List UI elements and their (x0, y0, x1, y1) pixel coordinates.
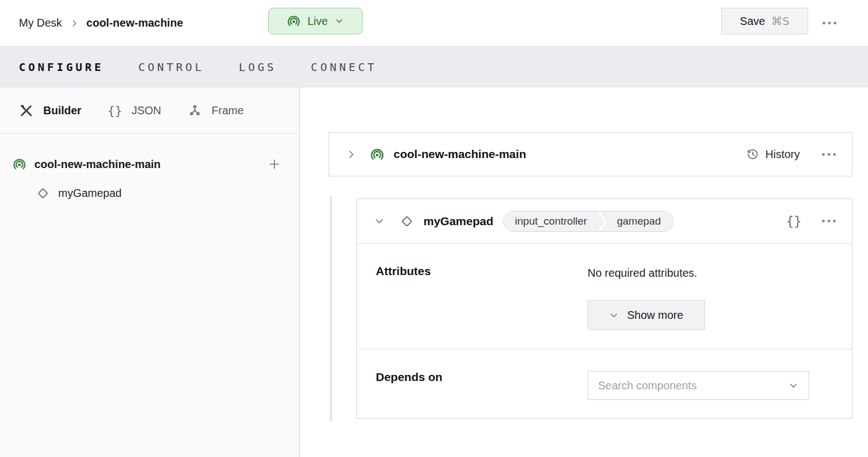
chevron-down-icon (334, 16, 344, 26)
tree-component-label: myGamepad (58, 187, 122, 200)
component-tree: cool-new-machine-main myGamepad (0, 134, 299, 207)
top-header: My Desk cool-new-machine Live Save ⌘S (0, 0, 868, 46)
tab-logs[interactable]: LOGS (239, 60, 277, 74)
breadcrumb: My Desk cool-new-machine (19, 0, 183, 46)
depends-on-placeholder: Search components (598, 379, 697, 392)
history-button[interactable]: History (746, 148, 800, 161)
machine-part-title: cool-new-machine-main (394, 148, 526, 161)
tree-item-component[interactable]: myGamepad (0, 179, 299, 207)
save-button[interactable]: Save ⌘S (721, 8, 808, 34)
attributes-section: Attributes No required attributes. Show … (357, 243, 852, 349)
machine-tabbar: CONFIGURE CONTROL LOGS CONNECT (0, 46, 868, 88)
breadcrumb-separator-icon (70, 19, 79, 28)
tree-machine-label: cool-new-machine-main (34, 158, 260, 171)
chevron-down-icon (788, 380, 799, 391)
breadcrumb-parent[interactable]: My Desk (19, 17, 62, 29)
machine-broadcast-icon (12, 157, 27, 171)
depends-on-label: Depends on (357, 349, 588, 418)
attributes-empty-message: No required attributes. (588, 267, 697, 280)
history-button-label: History (765, 148, 800, 161)
chevron-right-icon[interactable] (346, 149, 356, 160)
add-component-button[interactable] (268, 158, 281, 171)
edit-json-button[interactable]: {} (786, 214, 801, 228)
chevron-down-icon[interactable] (374, 216, 385, 226)
mode-builder-label: Builder (43, 104, 81, 117)
depends-on-select[interactable]: Search components (588, 371, 809, 400)
component-card: myGamepad input_controller gamepad {} At… (356, 199, 852, 419)
component-card-header: myGamepad input_controller gamepad {} (357, 199, 852, 243)
save-button-label: Save (740, 15, 765, 28)
ellipsis-icon (822, 220, 836, 222)
mode-frame[interactable]: Frame (187, 103, 244, 118)
broadcast-icon (287, 14, 301, 28)
component-type-badge: input_controller gamepad (503, 211, 673, 232)
component-diamond-icon (35, 186, 50, 201)
tab-control[interactable]: CONTROL (138, 60, 204, 74)
machine-status-dropdown[interactable]: Live (268, 8, 362, 34)
show-more-label: Show more (627, 309, 683, 322)
ellipsis-icon (823, 22, 836, 24)
badge-divider-icon (598, 211, 608, 231)
component-api-label: input_controller (504, 211, 598, 231)
tab-configure[interactable]: CONFIGURE (19, 60, 104, 74)
chevron-down-icon (609, 311, 619, 320)
status-badge-label: Live (308, 15, 328, 28)
machine-part-card: cool-new-machine-main History (329, 132, 852, 176)
machine-broadcast-icon (370, 147, 385, 162)
mode-frame-label: Frame (212, 104, 244, 117)
ellipsis-icon (822, 153, 836, 156)
history-clock-icon (746, 148, 759, 161)
mode-json-label: JSON (131, 104, 161, 117)
component-diamond-icon (399, 214, 415, 229)
attributes-label: Attributes (357, 243, 588, 349)
show-more-button[interactable]: Show more (588, 300, 705, 330)
component-model-label: gamepad (608, 211, 673, 231)
depends-on-section: Depends on Search components (357, 349, 852, 418)
configure-sidebar: Builder {} JSON Frame (0, 88, 300, 457)
braces-icon: {} (108, 104, 122, 118)
component-menu-button[interactable] (822, 220, 836, 222)
tree-item-machine-part[interactable]: cool-new-machine-main (0, 150, 299, 179)
breadcrumb-current: cool-new-machine (86, 17, 183, 29)
nesting-indent-line (330, 196, 331, 422)
mode-json[interactable]: {} JSON (108, 104, 161, 118)
component-title: myGamepad (423, 215, 493, 228)
frame-axes-icon (187, 103, 202, 118)
tab-connect[interactable]: CONNECT (311, 60, 377, 74)
view-mode-switcher: Builder {} JSON Frame (0, 88, 299, 134)
mode-builder[interactable]: Builder (19, 103, 81, 118)
app-window: My Desk cool-new-machine Live Save ⌘S (0, 0, 868, 457)
machine-part-menu-button[interactable] (822, 153, 836, 156)
tools-icon (19, 103, 34, 118)
machine-menu-button[interactable] (823, 0, 836, 46)
save-shortcut-hint: ⌘S (771, 14, 789, 28)
